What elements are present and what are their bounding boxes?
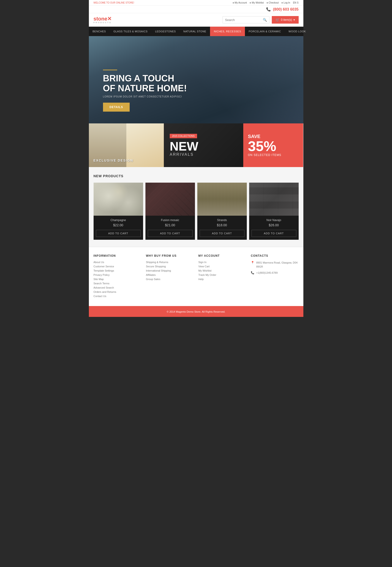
promo-row: EXCLUSIVE DESIGN 2015 COLLECTIONS NEW AR… (89, 123, 303, 167)
login-link[interactable]: Log In (281, 1, 290, 4)
footer-link-view-cart[interactable]: View Cart (198, 265, 246, 268)
footer-link-about[interactable]: About Us (94, 261, 141, 264)
new-products-section: NEW PRODUCTS Champagne $22.00 ADD TO CAR… (89, 167, 303, 247)
hero-title: BRING A TOUCH OF NATURE HOME! (103, 74, 187, 93)
footer-link-contact[interactable]: Contact Us (94, 295, 141, 298)
search-input[interactable] (225, 18, 263, 22)
main-nav: BENCHES GLASS TILES & MOSAICS LEDGESTONE… (89, 27, 303, 36)
cart-icon: 🛒 (276, 18, 280, 22)
header-right: 🔍 🛒 0 item(s) ▾ (223, 16, 299, 24)
cart-dropdown-icon: ▾ (294, 18, 295, 21)
footer-col-information: INFORMATION About Us Customer Service Te… (94, 254, 141, 299)
product-image-champagne (94, 183, 143, 216)
promo-exclusive-text: EXCLUSIVE DESIGN (94, 159, 133, 162)
footer-link-privacy[interactable]: Privacy Policy (94, 273, 141, 276)
checkout-link[interactable]: Checkout (266, 1, 279, 4)
footer-link-orders[interactable]: Orders and Returns (94, 290, 141, 293)
product-card-mosaic: Fusion mosaic $21.00 ADD TO CART (145, 183, 195, 240)
footer-link-secure[interactable]: Secure Shopping (146, 265, 194, 268)
footer-link-search-terms[interactable]: Search Terms (94, 282, 141, 285)
footer-link-customer[interactable]: Customer Service (94, 265, 141, 268)
product-image-strands (197, 183, 247, 216)
hero-accent-line (103, 70, 117, 70)
product-card-noir: Noir Navajo $26.00 ADD TO CART (249, 183, 299, 240)
footer-link-international[interactable]: International Shipping (146, 269, 194, 272)
language-flags[interactable]: EN S (293, 1, 299, 4)
welcome-message: WELCOME TO OUR ONLINE STORE! (94, 1, 134, 4)
footer-link-group-sales[interactable]: Group Sales (146, 278, 194, 281)
hero-banner: BRING A TOUCH OF NATURE HOME! Lorem ipsu… (89, 36, 303, 123)
product-info-noir: Noir Navajo $26.00 ADD TO CART (249, 216, 299, 240)
product-image-mosaic (145, 183, 195, 216)
add-to-cart-strands[interactable]: ADD TO CART (200, 230, 244, 237)
product-price-strands: $18.00 (200, 223, 244, 227)
footer-col-contacts: CONTACTS 📍 8901 Marmora Road, Glasgow, D… (251, 254, 299, 299)
search-box[interactable]: 🔍 (223, 16, 269, 23)
top-links: My Account My Wishlist Checkout Log In E… (233, 1, 299, 4)
promo-save-sub: ON SELECTED ITEMS (248, 153, 299, 157)
phone-footer-icon: 📞 (251, 271, 254, 274)
footer-phone-row: 📞 +1(800)1345-6789 (251, 271, 299, 275)
footer-account-title: MY ACCOUNT (198, 254, 246, 257)
hero-content: BRING A TOUCH OF NATURE HOME! Lorem ipsu… (103, 70, 187, 112)
footer-link-track[interactable]: Track My Order (198, 273, 246, 276)
hero-details-button[interactable]: DETAILS (103, 103, 130, 112)
promo-new-sub: ARRIVALS (170, 152, 237, 157)
product-card-strands: Strands $18.00 ADD TO CART (197, 183, 247, 240)
footer-link-wishlist[interactable]: My Wishlist (198, 269, 246, 272)
nav-item-niches[interactable]: NICHES, RECESSES (210, 27, 245, 36)
phone-bar: 📞 (800) 603 6035 (89, 6, 303, 13)
footer-link-signin[interactable]: Sign In (198, 261, 246, 264)
promo-new-badge: 2015 COLLECTIONS (170, 134, 197, 138)
logo: stone✕ (94, 16, 112, 21)
footer-phone: +1(800)1345-6789 (256, 271, 278, 275)
product-image-noir (249, 183, 299, 216)
footer-address-row: 📍 8901 Marmora Road, Glasgow, D04 89GR (251, 261, 299, 269)
footer-link-sitemap[interactable]: Site Map (94, 278, 141, 281)
product-price-noir: $26.00 (252, 223, 296, 227)
product-card-champagne: Champagne $22.00 ADD TO CART (94, 183, 143, 240)
search-button[interactable]: 🔍 (263, 18, 267, 22)
nav-item-wood[interactable]: WOOD LOOK (285, 27, 310, 36)
footer-link-template[interactable]: Template Settings (94, 269, 141, 272)
nav-item-natural[interactable]: NATURAL STONE (180, 27, 210, 36)
copyright-text: © 2014 Magento Demo Store. All Rights Re… (167, 310, 225, 313)
promo-save: SAVE 35% ON SELECTED ITEMS (243, 123, 303, 167)
promo-exclusive: EXCLUSIVE DESIGN (89, 123, 164, 167)
footer-link-advanced-search[interactable]: Advanced Search (94, 286, 141, 289)
product-name-strands: Strands (200, 219, 244, 222)
logo-container[interactable]: stone✕ PRODUCTS (94, 16, 112, 24)
footer-col-account: MY ACCOUNT Sign In View Cart My Wishlist… (198, 254, 246, 299)
product-info-strands: Strands $18.00 ADD TO CART (197, 216, 247, 240)
promo-save-percent: 35% (248, 139, 299, 153)
phone-number: 📞 (800) 603 6035 (266, 7, 299, 11)
footer-bottom: © 2014 Magento Demo Store. All Rights Re… (89, 306, 303, 317)
page-wrapper: WELCOME TO OUR ONLINE STORE! My Account … (89, 0, 303, 317)
nav-item-ledgestones[interactable]: LEDGESTONES (151, 27, 180, 36)
product-name-mosaic: Fusion mosaic (148, 219, 193, 222)
nav-item-porcelain[interactable]: PORCELAIN & CERAMIC (245, 27, 285, 36)
cart-button[interactable]: 🛒 0 item(s) ▾ (272, 16, 299, 24)
footer-grid: INFORMATION About Us Customer Service Te… (94, 254, 299, 299)
products-grid: Champagne $22.00 ADD TO CART Fusion mosa… (94, 183, 299, 240)
add-to-cart-mosaic[interactable]: ADD TO CART (148, 230, 193, 237)
footer-col-why: WHY BUY FROM US Shipping & Returns Secur… (146, 254, 194, 299)
footer-information-title: INFORMATION (94, 254, 141, 257)
new-products-title: NEW PRODUCTS (94, 174, 299, 178)
nav-item-benches[interactable]: BENCHES (89, 27, 110, 36)
my-account-link[interactable]: My Account (233, 1, 247, 4)
phone-icon: 📞 (266, 7, 271, 11)
nav-item-glass[interactable]: GLASS TILES & MOSAICS (110, 27, 151, 36)
footer-link-help[interactable]: Help (198, 278, 246, 281)
footer-link-affiliates[interactable]: Affiliates (146, 273, 194, 276)
footer-link-shipping[interactable]: Shipping & Returns (146, 261, 194, 264)
product-price-champagne: $22.00 (96, 223, 141, 227)
my-wishlist-link[interactable]: My Wishlist (250, 1, 264, 4)
add-to-cart-noir[interactable]: ADD TO CART (252, 230, 296, 237)
promo-new-title: NEW (170, 140, 237, 152)
product-price-mosaic: $21.00 (148, 223, 193, 227)
add-to-cart-champagne[interactable]: ADD TO CART (96, 230, 141, 237)
footer-contacts-title: CONTACTS (251, 254, 299, 257)
location-icon: 📍 (251, 261, 254, 264)
product-name-champagne: Champagne (96, 219, 141, 222)
